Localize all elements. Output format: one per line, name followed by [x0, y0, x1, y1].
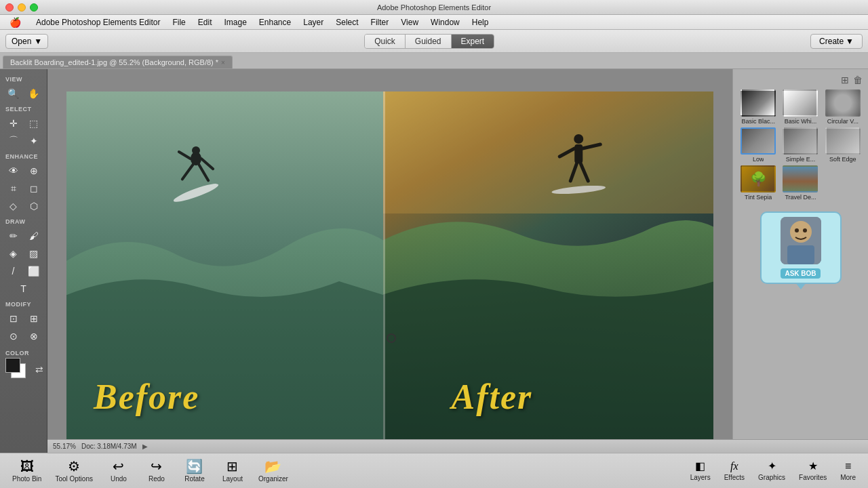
- apple-menu[interactable]: 🍎: [4, 16, 26, 29]
- preset-thumb-low: [741, 127, 776, 155]
- menu-filter[interactable]: Filter: [366, 16, 395, 28]
- mac-minimize-btn[interactable]: [18, 3, 26, 12]
- swap-colors-icon[interactable]: ⇄: [35, 364, 43, 375]
- document-tab[interactable]: Backlit Boarding_edited-1.jpg @ 55.2% (B…: [3, 56, 233, 68]
- line-tool[interactable]: /: [4, 263, 23, 279]
- red-eye-tool[interactable]: 👁: [4, 163, 23, 179]
- sharpen-tool[interactable]: ◇: [4, 198, 23, 214]
- preset-basic-white[interactable]: Basic Whi...: [781, 89, 820, 125]
- gradient-tool[interactable]: ▨: [24, 245, 43, 262]
- paint-bucket[interactable]: ◈: [4, 245, 23, 262]
- ask-bob-label: ASK BOB: [781, 268, 820, 279]
- magic-wand[interactable]: ✦: [24, 133, 43, 149]
- preset-travel-de[interactable]: Travel De...: [781, 165, 820, 201]
- ask-bob-button[interactable]: ASK BOB: [760, 211, 842, 284]
- shape-tool[interactable]: ⬜: [24, 263, 43, 279]
- preset-thumb-soft-edge: [825, 127, 861, 155]
- heal-tool[interactable]: ⊕: [24, 163, 43, 179]
- preset-tint-sepia[interactable]: 🌳 Tint Sepia: [738, 165, 778, 201]
- menu-edit[interactable]: Edit: [193, 16, 218, 28]
- layout-button[interactable]: ⊞ Layout: [215, 457, 250, 485]
- crop-tool[interactable]: ⊡: [4, 310, 23, 327]
- clone-tool[interactable]: ⌗: [4, 180, 23, 197]
- svg-rect-9: [383, 92, 713, 214]
- menu-file[interactable]: File: [167, 16, 191, 28]
- panel-content: ⊞ 🗑 Basic Blac... Basic Whi... Circular …: [733, 69, 868, 295]
- redo-button[interactable]: ↪ Redo: [139, 457, 174, 485]
- preset-soft-edge[interactable]: Soft Edge: [823, 127, 863, 163]
- effects-button[interactable]: fx Effects: [719, 458, 750, 484]
- preset-simple-e[interactable]: Simple E...: [781, 127, 820, 163]
- magnify-tool[interactable]: ⬡: [24, 198, 43, 214]
- marquee-tool[interactable]: ⬚: [24, 115, 43, 131]
- view-label: VIEW: [3, 76, 22, 83]
- panel-grid-icon[interactable]: ⊞: [841, 75, 849, 85]
- preset-thumb-basic-black: [741, 89, 776, 117]
- panel-trash-icon[interactable]: 🗑: [853, 75, 863, 85]
- favorites-button[interactable]: ★ Favorites: [793, 458, 832, 484]
- svg-rect-21: [787, 245, 814, 264]
- transform-tool[interactable]: ⊞: [24, 310, 43, 327]
- zoom-tool[interactable]: 🔍: [4, 85, 23, 102]
- draw-tools-4: T: [3, 281, 44, 297]
- erase-tool[interactable]: ◻: [24, 180, 43, 197]
- preset-basic-black[interactable]: Basic Blac...: [738, 89, 778, 125]
- menu-enhance[interactable]: Enhance: [254, 16, 296, 28]
- preset-label-tint-sepia: Tint Sepia: [745, 194, 772, 201]
- status-arrow[interactable]: ▶: [142, 443, 148, 450]
- more-label: More: [840, 474, 856, 481]
- preset-label-simple-e: Simple E...: [786, 156, 816, 163]
- dodge-tool[interactable]: ⊗: [24, 328, 43, 344]
- open-button[interactable]: Open ▼: [5, 34, 48, 49]
- mode-guided[interactable]: Guided: [406, 35, 452, 48]
- canvas-divider: [383, 92, 385, 444]
- open-label: Open: [12, 37, 31, 46]
- mac-close-btn[interactable]: [5, 3, 14, 12]
- undo-button[interactable]: ↩ Undo: [101, 457, 136, 485]
- create-button[interactable]: Create ▼: [810, 34, 863, 49]
- layout-label: Layout: [222, 475, 243, 483]
- rotate-icon: 🔄: [186, 460, 203, 473]
- mode-expert[interactable]: Expert: [452, 35, 494, 48]
- layers-button[interactable]: ◧ Layers: [685, 458, 716, 484]
- move-tool[interactable]: ✛: [4, 115, 23, 131]
- rotate-button[interactable]: 🔄 Rotate: [177, 457, 212, 485]
- organizer-icon: 📂: [264, 460, 281, 473]
- tool-options-button[interactable]: ⚙ Tool Options: [50, 457, 98, 485]
- menu-view[interactable]: View: [395, 16, 424, 28]
- lasso-tool[interactable]: ⌒: [4, 133, 23, 149]
- preset-circular-v[interactable]: Circular V...: [823, 89, 863, 125]
- draw-label: DRAW: [3, 218, 26, 225]
- open-chevron: ▼: [34, 37, 42, 46]
- graphics-button[interactable]: ✦ Graphics: [753, 458, 791, 484]
- before-panel: Before: [66, 92, 383, 444]
- photo-bin-button[interactable]: 🖼 Photo Bin: [7, 457, 47, 485]
- preset-low[interactable]: Low: [738, 127, 778, 163]
- preset-thumb-simple-e: [783, 127, 818, 155]
- smudge-tool[interactable]: ⊙: [4, 328, 23, 344]
- menu-photoshop[interactable]: Adobe Photoshop Elements Editor: [31, 16, 165, 28]
- bottom-right-panel: ◧ Layers fx Effects ✦ Graphics ★ Favorit…: [685, 458, 861, 484]
- favorites-icon: ★: [808, 461, 818, 472]
- hand-tool[interactable]: ✋: [24, 85, 43, 102]
- more-button[interactable]: ≡ More: [835, 458, 861, 484]
- brush-tool[interactable]: 🖌: [24, 228, 43, 244]
- enhance-tools-3: ◇ ⬡: [3, 198, 44, 214]
- preset-label-basic-white: Basic Whi...: [785, 118, 817, 125]
- preset-thumb-travel-de: [783, 165, 818, 192]
- menu-layer[interactable]: Layer: [298, 16, 329, 28]
- organizer-button[interactable]: 📂 Organizer: [253, 457, 294, 485]
- mode-quick[interactable]: Quick: [365, 35, 406, 48]
- text-tool[interactable]: T: [14, 281, 33, 297]
- menu-window[interactable]: Window: [425, 16, 465, 28]
- after-panel: After: [383, 92, 713, 444]
- menu-image[interactable]: Image: [218, 16, 252, 28]
- menu-help[interactable]: Help: [467, 16, 494, 28]
- mac-maximize-btn[interactable]: [30, 3, 38, 12]
- foreground-color-swatch[interactable]: [5, 358, 20, 373]
- pencil-tool[interactable]: ✏: [4, 228, 23, 244]
- menu-select[interactable]: Select: [330, 16, 363, 28]
- tab-close-icon[interactable]: ×: [221, 59, 225, 66]
- select-tools-1: ✛ ⬚: [3, 115, 44, 131]
- create-chevron: ▼: [846, 37, 854, 46]
